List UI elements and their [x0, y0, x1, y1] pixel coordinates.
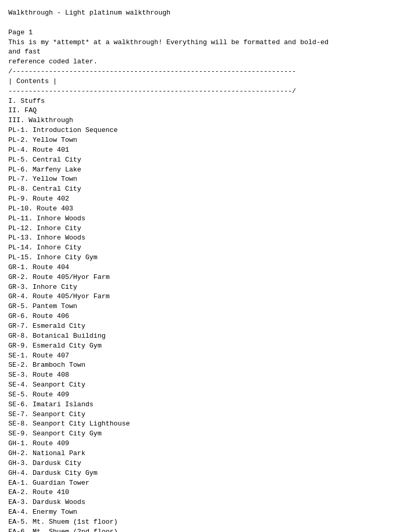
walkthrough-content: Walkthrough - Light platinum walkthrough…: [8, 8, 391, 532]
